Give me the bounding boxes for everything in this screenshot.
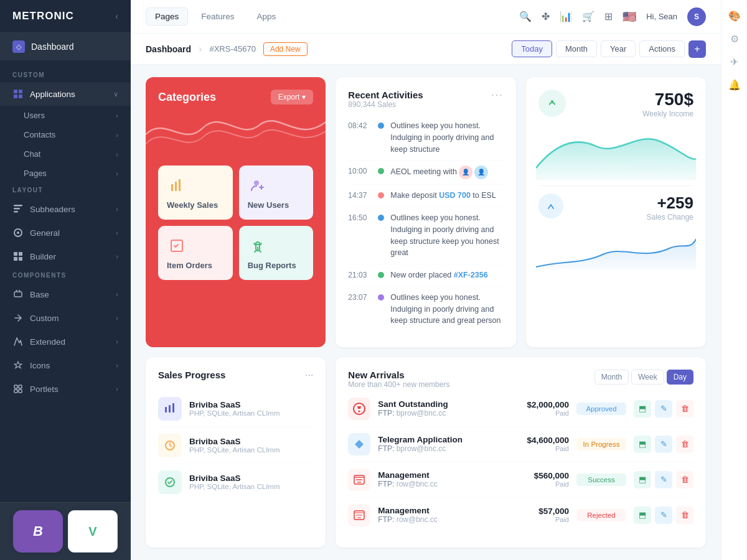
sidebar-item-subheaders[interactable]: Subheaders › — [0, 197, 131, 221]
arrival-name: Sant Outstanding — [378, 399, 505, 409]
arrival-amount: $560,000 — [513, 471, 569, 480]
categories-grid: Weekly Sales New Users Item Orders — [158, 166, 313, 280]
sidebar-item-applications[interactable]: Applications ∨ — [0, 82, 131, 106]
bug-reports-icon — [248, 236, 268, 256]
copy-button[interactable]: ⬒ — [634, 436, 651, 453]
status-badge: In Progress — [576, 438, 626, 450]
share-icon[interactable]: ✤ — [542, 11, 550, 22]
chart-icon[interactable]: 📊 — [560, 11, 572, 22]
activity-time: 23:07 — [348, 292, 372, 302]
svg-point-21 — [254, 180, 259, 185]
copy-button[interactable]: ⬒ — [634, 400, 651, 418]
category-item-orders[interactable]: Item Orders — [158, 226, 233, 280]
sidebar-item-extended[interactable]: Extended › — [0, 330, 131, 353]
right-bar-icon-settings[interactable]: ⚙ — [730, 33, 739, 45]
grid-icon[interactable]: ⊞ — [604, 11, 613, 22]
activity-text: Outlines keep you honest. Indulging in p… — [390, 212, 503, 259]
sidebar-item-pages[interactable]: Pages › — [0, 164, 131, 183]
right-bar-icon-palette[interactable]: 🎨 — [728, 10, 741, 22]
category-new-users[interactable]: New Users — [239, 166, 314, 220]
svg-rect-18 — [171, 184, 173, 191]
sidebar-item-dashboard[interactable]: ◇ Dashboard — [0, 33, 131, 60]
sidebar-toggle-icon[interactable]: ‹ — [115, 11, 118, 21]
category-weekly-sales[interactable]: Weekly Sales — [158, 166, 233, 220]
export-button[interactable]: Export ▾ — [271, 90, 314, 105]
categories-title: Categories — [158, 91, 216, 104]
plus-button[interactable]: + — [688, 40, 706, 58]
actions-button[interactable]: Actions — [639, 40, 685, 57]
arrival-paid: Paid — [513, 480, 569, 488]
copy-button[interactable]: ⬒ — [634, 471, 651, 488]
bootstrap-logo[interactable]: B — [13, 510, 63, 553]
copy-button[interactable]: ⬒ — [634, 506, 651, 524]
right-bar-icon-send[interactable]: ✈ — [730, 56, 738, 68]
arrival-ftp: FTP: row@bnc.cc — [378, 515, 505, 524]
arrival-name: Telegram Application — [378, 435, 505, 444]
progress-desc: PHP, SQLite, Artisan CLImm — [189, 483, 313, 490]
categories-card: Categories Export ▾ Weekly Sales — [146, 77, 326, 347]
today-button[interactable]: Today — [512, 40, 552, 57]
sidebar-item-contacts[interactable]: Contacts › — [0, 125, 131, 144]
sidebar-item-general[interactable]: General › — [0, 221, 131, 245]
arrivals-month-button[interactable]: Month — [594, 370, 629, 385]
sidebar-item-icons[interactable]: Icons › — [0, 353, 131, 377]
sidebar-item-custom-comp[interactable]: Custom › — [0, 306, 131, 330]
user-avatar[interactable]: S — [687, 7, 706, 26]
delete-button[interactable]: 🗑 — [676, 506, 693, 524]
arrival-actions: ⬒ ✎ 🗑 — [634, 471, 693, 488]
arrivals-week-button[interactable]: Week — [631, 370, 664, 385]
edit-button[interactable]: ✎ — [655, 436, 672, 453]
delete-button[interactable]: 🗑 — [676, 400, 693, 418]
activity-dot — [378, 192, 384, 198]
arrival-paid: Paid — [513, 516, 569, 523]
portlets-chevron-icon: › — [116, 385, 118, 393]
sidebar: METRONIC ‹ ◇ Dashboard CUSTOM Applicatio… — [0, 0, 131, 560]
vue-logo[interactable]: V — [68, 510, 118, 553]
sidebar-item-users[interactable]: Users › — [0, 106, 131, 125]
category-bug-reports[interactable]: Bug Reports — [239, 226, 314, 280]
activities-menu-button[interactable]: ··· — [491, 90, 503, 101]
sidebar-item-chat[interactable]: Chat › — [0, 144, 131, 164]
activities-title: Recent Activities — [348, 90, 423, 100]
search-icon[interactable]: 🔍 — [519, 11, 532, 22]
month-button[interactable]: Month — [556, 40, 597, 57]
activities-header-text: Recent Activities 890,344 Sales — [348, 90, 423, 109]
tab-pages[interactable]: Pages — [146, 7, 188, 26]
subheader-left: Dashboard › #XRS-45670 Add New — [146, 42, 308, 56]
sidebar-item-builder[interactable]: Builder › — [0, 245, 131, 268]
contacts-chevron-icon: › — [116, 131, 118, 139]
builder-chevron-icon: › — [116, 253, 118, 260]
edit-button[interactable]: ✎ — [655, 506, 672, 524]
svg-rect-14 — [14, 385, 17, 388]
sidebar-logo: METRONIC ‹ — [0, 0, 131, 33]
tab-features[interactable]: Features — [192, 7, 243, 26]
right-bar-icon-notification[interactable]: 🔔 — [728, 79, 741, 91]
language-flag[interactable]: 🇺🇸 — [622, 10, 636, 24]
edit-button[interactable]: ✎ — [655, 471, 672, 488]
arrival-row: Management FTP: row@bnc.cc $57,000 Paid … — [348, 498, 693, 533]
arrival-amount-block: $57,000 Paid — [513, 506, 569, 523]
delete-button[interactable]: 🗑 — [676, 436, 693, 453]
weekly-sales-label: Weekly Sales — [167, 200, 218, 210]
arrivals-day-button[interactable]: Day — [667, 370, 693, 385]
arrival-amount-block: $560,000 Paid — [513, 471, 569, 488]
year-button[interactable]: Year — [601, 40, 636, 57]
tab-apps[interactable]: Apps — [248, 7, 286, 26]
sidebar-item-portlets[interactable]: Portlets › — [0, 377, 131, 401]
top-navigation: Pages Features Apps 🔍 ✤ 📊 🛒 ⊞ 🇺🇸 Hi, Sea… — [131, 0, 721, 34]
add-new-button[interactable]: Add New — [263, 42, 308, 56]
arrival-app-icon — [348, 504, 370, 526]
edit-button[interactable]: ✎ — [655, 400, 672, 418]
delete-button[interactable]: 🗑 — [676, 471, 693, 488]
chat-label: Chat — [24, 149, 40, 159]
arrival-name: Management — [378, 506, 505, 515]
cart-icon[interactable]: 🛒 — [582, 11, 594, 22]
arrival-app-icon — [348, 398, 370, 420]
extended-chevron-icon: › — [116, 338, 118, 345]
base-label: Base — [30, 290, 49, 299]
progress-avatar — [158, 434, 182, 457]
arrival-actions: ⬒ ✎ 🗑 — [634, 436, 693, 453]
sales-progress-menu-button[interactable]: ··· — [305, 370, 313, 381]
sidebar-item-base[interactable]: Base › — [0, 282, 131, 306]
sales-change-label: Sales Change — [647, 213, 693, 222]
